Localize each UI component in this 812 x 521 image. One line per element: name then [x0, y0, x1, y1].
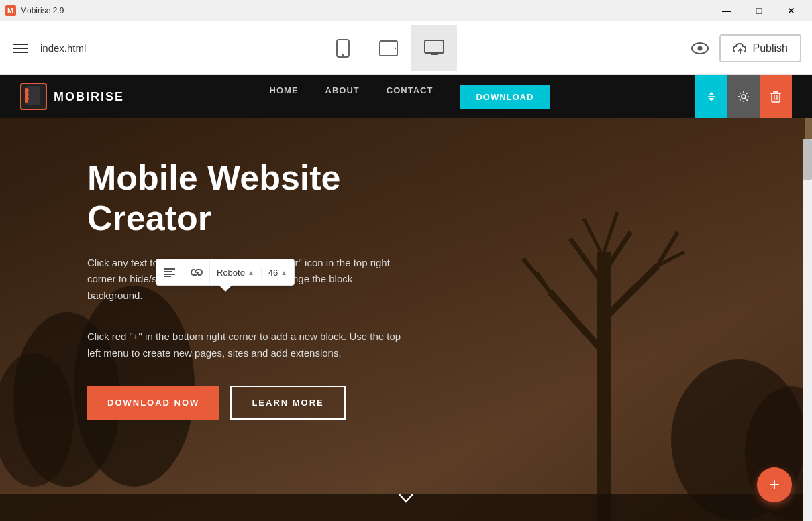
- font-size: 46: [268, 268, 278, 278]
- menu-button[interactable]: [11, 41, 31, 56]
- size-arrow: ▲: [281, 269, 287, 276]
- font-arrow: ▲: [248, 269, 254, 276]
- minimize-button[interactable]: —: [711, 0, 742, 21]
- publish-label: Publish: [753, 42, 788, 54]
- publish-button[interactable]: Publish: [719, 34, 801, 62]
- reorder-icon: [705, 91, 717, 103]
- svg-point-5: [395, 47, 396, 48]
- align-icon: [164, 268, 175, 277]
- text-link-button[interactable]: [183, 259, 210, 285]
- mobile-icon: [336, 39, 350, 58]
- settings-button[interactable]: [727, 75, 760, 118]
- nav-download-button[interactable]: DOWNLOAD: [460, 85, 550, 109]
- hamburger-line: [13, 52, 28, 53]
- download-now-button[interactable]: DOWNLOAD NOW: [87, 386, 219, 420]
- gear-icon: [738, 91, 750, 103]
- svg-point-12: [26, 93, 29, 96]
- hero-description-2[interactable]: Click red "+" in the bottom right corner…: [87, 329, 409, 362]
- hero-buttons: DOWNLOAD NOW LEARN MORE: [87, 386, 812, 420]
- learn-more-button[interactable]: LEARN MORE: [230, 386, 345, 420]
- logo-text: MOBIRISE: [54, 90, 124, 104]
- text-formatting-toolbar: Roboto ▲ 46 ▲: [156, 259, 295, 286]
- tablet-icon: [379, 40, 398, 57]
- window-controls: — □ ✕: [711, 0, 807, 21]
- mobile-view-button[interactable]: [320, 25, 366, 71]
- hero-title[interactable]: Mobile Website Creator: [87, 158, 436, 239]
- hero-content: Mobile Website Creator Click any text to…: [0, 118, 812, 420]
- app-icon: M: [5, 5, 16, 16]
- preview-button[interactable]: [691, 42, 709, 54]
- maximize-button[interactable]: □: [744, 0, 774, 21]
- chevron-down-icon: [398, 493, 414, 504]
- nav-contact[interactable]: CONTACT: [387, 85, 434, 109]
- nav-actions: [695, 75, 792, 118]
- font-name: Roboto: [217, 268, 245, 278]
- cloud-upload-icon: [733, 42, 748, 54]
- toolbar-right: Publish: [691, 34, 801, 62]
- desktop-view-button[interactable]: [411, 25, 457, 71]
- trash-icon: [770, 91, 781, 103]
- svg-rect-9: [26, 86, 40, 105]
- svg-point-15: [742, 95, 746, 99]
- svg-point-11: [26, 89, 29, 92]
- font-family-selector[interactable]: Roboto ▲: [210, 268, 262, 278]
- nav-about[interactable]: ABOUT: [325, 85, 360, 109]
- svg-rect-6: [425, 40, 444, 53]
- svg-point-3: [342, 54, 344, 55]
- window-titlebar: M Mobirise 2.9 — □ ✕: [0, 0, 812, 21]
- site-nav: MOBIRISE HOME ABOUT CONTACT DOWNLOAD: [0, 75, 812, 118]
- app-title: Mobirise 2.9: [20, 6, 64, 15]
- file-title: index.html: [40, 42, 86, 54]
- app-toolbar: index.html: [0, 21, 812, 75]
- svg-rect-16: [772, 93, 780, 102]
- add-block-button[interactable]: +: [757, 467, 792, 502]
- site-logo: MOBIRISE: [20, 83, 124, 110]
- font-size-selector[interactable]: 46 ▲: [262, 268, 294, 278]
- eye-icon: [691, 42, 709, 54]
- nav-home[interactable]: HOME: [270, 85, 299, 109]
- view-switcher: [320, 25, 457, 71]
- tablet-view-button[interactable]: [366, 25, 411, 71]
- close-button[interactable]: ✕: [776, 0, 807, 21]
- delete-button[interactable]: [760, 75, 792, 118]
- reorder-button[interactable]: [695, 75, 727, 118]
- text-align-button[interactable]: [156, 259, 183, 285]
- svg-point-13: [26, 97, 29, 100]
- logo-icon: [20, 83, 47, 110]
- svg-text:M: M: [7, 7, 13, 15]
- preview-frame: MOBIRISE HOME ABOUT CONTACT DOWNLOAD: [0, 75, 812, 521]
- svg-point-8: [697, 46, 702, 50]
- nav-links: HOME ABOUT CONTACT DOWNLOAD: [270, 85, 550, 109]
- hamburger-line: [13, 48, 28, 49]
- link-icon: [191, 268, 203, 276]
- scroll-down-indicator[interactable]: [398, 490, 414, 508]
- desktop-icon: [424, 40, 444, 57]
- hamburger-line: [13, 44, 28, 45]
- hero-section: Roboto ▲ 46 ▲ Mobile Website Creator Cli…: [0, 118, 812, 521]
